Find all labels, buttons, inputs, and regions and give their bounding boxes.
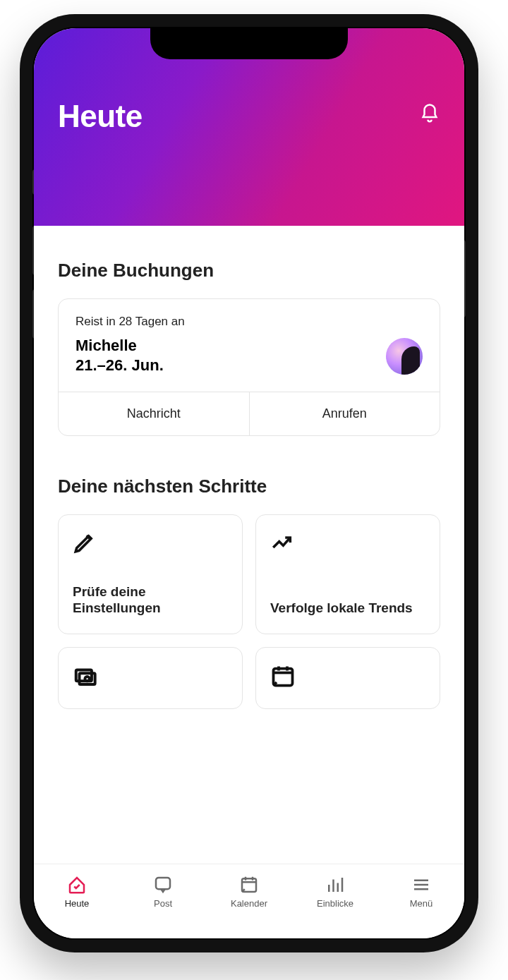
tab-label: Heute <box>65 898 90 909</box>
tab-label: Menü <box>410 898 433 909</box>
money-icon <box>73 663 228 691</box>
tile-calendar[interactable] <box>255 647 440 709</box>
tile-trends[interactable]: Verfolge lokale Trends <box>255 514 440 634</box>
bar-chart-icon <box>325 874 346 895</box>
guest-avatar[interactable] <box>386 338 423 375</box>
booking-guest-name: Michelle <box>75 336 185 356</box>
home-icon <box>66 874 87 895</box>
phone-notch <box>150 28 348 59</box>
tile-label: Verfolge lokale Trends <box>270 600 425 617</box>
tile-label: Prüfe deine Einstellungen <box>73 583 228 617</box>
next-steps-section-title: Deine nächsten Schritte <box>58 476 440 497</box>
menu-icon <box>411 874 432 895</box>
booking-date-range: 21.–26. Jun. <box>75 356 185 375</box>
phone-frame: Heute Deine Buchungen Reist in 28 Tagen … <box>20 14 478 952</box>
chat-icon <box>152 874 174 895</box>
tab-label: Post <box>154 898 172 909</box>
tab-today[interactable]: Heute <box>44 874 110 909</box>
tab-bar: Heute Post Kalender Einblicke Menü <box>34 864 464 938</box>
pencil-icon <box>73 531 228 559</box>
booking-card[interactable]: Reist in 28 Tagen an Michelle 21.–26. Ju… <box>58 298 440 436</box>
tile-settings[interactable]: Prüfe deine Einstellungen <box>58 514 243 634</box>
calendar-icon <box>238 874 260 895</box>
page-title: Heute <box>58 99 143 134</box>
tab-insights[interactable]: Einblicke <box>302 874 368 909</box>
message-button[interactable]: Nachricht <box>59 392 250 435</box>
content: Deine Buchungen Reist in 28 Tagen an Mic… <box>34 226 464 864</box>
bookings-section-title: Deine Buchungen <box>58 260 440 282</box>
svg-point-2 <box>85 677 89 681</box>
tab-post[interactable]: Post <box>130 874 196 909</box>
tab-label: Kalender <box>231 898 267 909</box>
tile-money[interactable] <box>58 647 243 709</box>
calendar-icon <box>270 663 425 691</box>
bell-icon[interactable] <box>419 103 440 124</box>
booking-status: Reist in 28 Tagen an <box>75 315 185 329</box>
tab-label: Einblicke <box>317 898 353 909</box>
svg-rect-4 <box>156 878 170 889</box>
call-button[interactable]: Anrufen <box>250 392 440 435</box>
trend-up-icon <box>270 531 425 559</box>
tab-menu[interactable]: Menü <box>388 874 454 909</box>
tab-calendar[interactable]: Kalender <box>216 874 282 909</box>
